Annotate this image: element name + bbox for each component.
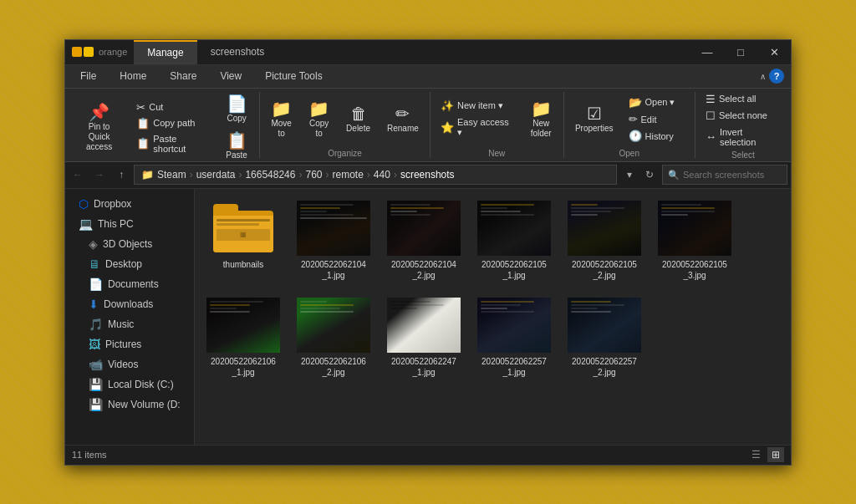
newvolume-icon: 💾	[89, 398, 103, 411]
new-folder-button[interactable]: 📁 Newfolder	[524, 97, 558, 142]
up-button[interactable]: ↑	[112, 165, 130, 184]
tab-file[interactable]: File	[69, 65, 108, 88]
list-item[interactable]: 20200522062104_2.jpg	[384, 197, 464, 284]
file-name: 20200522062247_1.jpg	[391, 356, 456, 378]
address-dropdown-button[interactable]: ▾	[620, 165, 639, 184]
thumbnails-view-button[interactable]: ⊞	[767, 447, 784, 462]
easy-access-button[interactable]: ⭐ Easy access ▾	[436, 115, 521, 140]
folder-shape: ▦	[213, 204, 273, 252]
select-buttons: ☰ Select all ☐ Select none ↔ Invert sele…	[701, 92, 786, 149]
image-preview	[206, 298, 280, 353]
file-name: 20200522062257_1.jpg	[482, 356, 547, 378]
select-all-button[interactable]: ☰ Select all	[701, 92, 786, 106]
edit-icon: ✏	[629, 114, 638, 125]
tab-view[interactable]: View	[208, 65, 253, 88]
sidebar-item-downloads[interactable]: ⬇ Downloads	[65, 294, 194, 314]
paste-shortcut-button[interactable]: 📋 Paste shortcut	[131, 132, 216, 155]
search-icon: 🔍	[668, 170, 680, 181]
thispc-icon: 💻	[79, 217, 93, 231]
copy-button[interactable]: 📄 Copy	[220, 92, 254, 127]
maximize-button[interactable]: □	[724, 40, 757, 64]
refresh-button[interactable]: ↻	[640, 165, 659, 184]
ribbon-tabs-right: ∧ ?	[760, 65, 791, 88]
search-box[interactable]: 🔍 Search screenshots	[662, 165, 787, 185]
address-440: 440	[374, 169, 390, 181]
title-dash: orange	[95, 47, 127, 57]
sidebar-item-documents[interactable]: 📄 Documents	[65, 274, 194, 294]
sidebar-item-music[interactable]: 🎵 Music	[65, 314, 194, 334]
select-label: Select	[731, 149, 755, 160]
ribbon-tabs: File Home Share View Picture Tools ∧ ?	[65, 65, 791, 89]
pin-to-quick-access-button[interactable]: 📌 Pin to Quickaccess	[70, 100, 128, 155]
history-button[interactable]: 🕐 History	[624, 129, 690, 143]
copy-path-button[interactable]: 📋 Copy path	[131, 116, 216, 130]
list-item[interactable]: ▦ thumbnails	[203, 197, 283, 284]
invert-selection-button[interactable]: ↔ Invert selection	[701, 125, 786, 149]
sidebar-item-desktop[interactable]: 🖥 Desktop	[65, 254, 194, 274]
new-item-button[interactable]: ✨ New item ▾	[436, 99, 521, 113]
sidebar-label-videos: Videos	[108, 359, 138, 370]
list-item[interactable]: 20200522062105_3.jpg	[655, 197, 735, 284]
address-box[interactable]: 📁 Steam › userdata › 166548246 › 760 › r…	[134, 165, 617, 185]
back-button[interactable]: ←	[69, 165, 87, 184]
tab-screenshots[interactable]: screenshots	[197, 40, 278, 64]
music-icon: 🎵	[89, 318, 103, 331]
properties-icon: ☑	[587, 105, 602, 122]
sidebar-item-localdisk[interactable]: 💾 Local Disk (C:)	[65, 374, 194, 395]
title-icon-orange	[72, 47, 82, 57]
image-preview	[297, 298, 370, 353]
titlebar: orange Manage screenshots — □ ✕	[65, 40, 791, 65]
copy-to-button[interactable]: 📁 Copyto	[302, 97, 336, 142]
list-item[interactable]: 20200522062105_2.jpg	[564, 197, 645, 284]
minimize-button[interactable]: —	[690, 40, 724, 64]
select-none-button[interactable]: ☐ Select none	[701, 109, 786, 123]
tab-home[interactable]: Home	[108, 65, 158, 88]
list-item[interactable]: 20200522062106_1.jpg	[203, 294, 283, 381]
open-icon: 📂	[629, 97, 642, 108]
list-item[interactable]: 20200522062106_2.jpg	[293, 294, 374, 381]
copy-icon: 📄	[227, 95, 247, 112]
delete-button[interactable]: 🗑 Delete	[339, 102, 377, 137]
sidebar-item-thispc[interactable]: 💻 This PC	[65, 214, 194, 234]
new-item-icon: ✨	[441, 100, 454, 111]
rename-button[interactable]: ✏ Rename	[380, 102, 425, 137]
help-button[interactable]: ?	[769, 69, 784, 84]
pin-icon: 📌	[89, 104, 110, 120]
new-folder-icon: 📁	[531, 100, 552, 117]
properties-button[interactable]: ☑ Properties	[568, 102, 620, 137]
sidebar-label-desktop: Desktop	[105, 258, 142, 270]
sidebar-item-pictures[interactable]: 🖼 Pictures	[65, 334, 194, 354]
desktop-icon: 🖥	[89, 257, 100, 271]
ribbon-collapse-button[interactable]: ∧	[760, 72, 766, 81]
list-item[interactable]: 20200522062247_1.jpg	[384, 294, 464, 381]
list-item[interactable]: 20200522062105_1.jpg	[474, 197, 554, 284]
image-preview	[568, 298, 641, 353]
tab-share[interactable]: Share	[158, 65, 208, 88]
sidebar-label-downloads: Downloads	[104, 298, 153, 310]
image-thumbnail	[568, 201, 641, 256]
statusbar: 11 items ☰ ⊞	[65, 445, 791, 465]
paste-button[interactable]: 📋 Paste	[219, 129, 254, 164]
sidebar-item-3dobjects[interactable]: ◈ 3D Objects	[65, 234, 194, 254]
statusbar-right: ☰ ⊞	[747, 447, 784, 462]
sidebar-item-dropbox[interactable]: ⬡ Dropbox	[65, 194, 194, 214]
edit-button[interactable]: ✏ Edit	[624, 112, 690, 126]
tab-picture-tools[interactable]: Picture Tools	[253, 65, 334, 88]
open-button[interactable]: 📂 Open ▾	[624, 95, 690, 109]
sidebar-item-videos[interactable]: 📹 Videos	[65, 354, 194, 374]
tab-manage[interactable]: Manage	[134, 40, 196, 64]
list-item[interactable]: 20200522062257_2.jpg	[564, 294, 645, 381]
details-view-button[interactable]: ☰	[747, 447, 764, 462]
forward-button[interactable]: →	[90, 165, 109, 184]
image-preview	[297, 201, 370, 256]
move-to-button[interactable]: 📁 Moveto	[264, 97, 298, 142]
list-item[interactable]: 20200522062257_1.jpg	[474, 294, 554, 381]
image-thumbnail	[477, 298, 551, 353]
image-preview	[658, 201, 731, 256]
list-item[interactable]: 20200522062104_1.jpg	[293, 197, 374, 284]
sidebar-item-newvolume[interactable]: 💾 New Volume (D:	[65, 395, 194, 415]
close-button[interactable]: ✕	[757, 40, 791, 64]
explorer-window: orange Manage screenshots — □ ✕ File Hom…	[64, 39, 792, 466]
file-name: thumbnails	[223, 259, 263, 270]
cut-button[interactable]: ✂ Cut	[131, 100, 216, 115]
